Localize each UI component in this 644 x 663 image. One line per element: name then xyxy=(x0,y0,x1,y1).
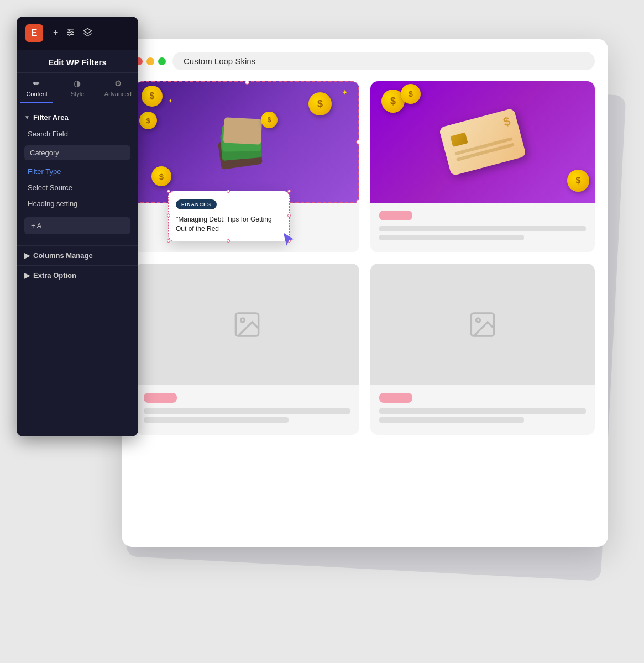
main-card: $ $ $ $ $ xyxy=(122,39,608,547)
filter-area-header[interactable]: ▼ Filter Area xyxy=(17,109,138,126)
placeholder-badge-4 xyxy=(379,393,412,403)
placeholder-image-icon-3 xyxy=(231,309,264,340)
creditcard-body xyxy=(370,203,595,252)
coin-3: $ xyxy=(139,112,157,129)
sidebar-item-search-field[interactable]: Search Field xyxy=(17,126,138,142)
placeholder-image-3 xyxy=(135,264,359,385)
filter-area-arrow: ▼ xyxy=(24,114,30,120)
tab-content[interactable]: ✏ Content xyxy=(17,73,57,103)
placeholder-line-2a xyxy=(379,226,586,231)
cc-coin-3: $ xyxy=(567,170,589,192)
content-tab-label: Content xyxy=(26,91,48,97)
cc-coin-2: $ xyxy=(401,84,421,104)
coin-4: $ xyxy=(151,166,171,186)
card-titlebar xyxy=(135,52,595,70)
svg-marker-6 xyxy=(84,28,92,33)
coin-1: $ xyxy=(142,86,163,107)
floating-tooltip: FINANCES "Managing Debt: Tips for Gettin… xyxy=(168,191,290,241)
traffic-light-green[interactable] xyxy=(158,57,166,65)
tab-advanced[interactable]: ⚙ Advanced xyxy=(98,73,138,103)
loop-card-finance[interactable]: $ $ $ $ $ xyxy=(135,81,359,252)
tooltip-handle-bl[interactable] xyxy=(167,239,170,243)
money-stack: $ xyxy=(219,117,275,183)
placeholder-line-4a xyxy=(379,408,586,414)
add-button-label: + A xyxy=(31,222,41,230)
filter-area-section: ▼ Filter Area Search Field Category Filt… xyxy=(17,103,138,245)
extra-option-section[interactable]: ▶ Extra Option xyxy=(17,265,138,285)
sparkle-1: ✦ xyxy=(342,88,348,97)
coin-2: $ xyxy=(308,92,332,115)
sidebar-item-heading-setting[interactable]: Heading setting xyxy=(17,196,138,212)
card-title-input[interactable] xyxy=(172,52,595,70)
placeholder-badge-3 xyxy=(144,393,177,403)
sidebar-title: Edit WP Filters xyxy=(17,50,138,73)
advanced-tab-icon: ⚙ xyxy=(114,78,122,88)
columns-manage-section[interactable]: ▶ Columns Manage xyxy=(17,245,138,265)
style-tab-label: Style xyxy=(71,91,84,97)
svg-point-3 xyxy=(69,29,70,30)
svg-point-8 xyxy=(241,318,245,322)
add-icon[interactable]: + xyxy=(53,28,58,39)
filters-icon[interactable] xyxy=(66,28,75,39)
tooltip-handle-ml[interactable] xyxy=(167,214,170,217)
sidebar: E + Edit WP Filte xyxy=(17,17,138,436)
creditcard-image: $ $ $ $ xyxy=(370,81,595,203)
tooltip-tag: FINANCES xyxy=(176,199,217,209)
cards-grid: $ $ $ $ $ xyxy=(135,81,595,435)
placeholder-line-4b xyxy=(379,417,524,423)
placeholder-line-3b xyxy=(144,417,289,423)
placeholder-bg-3 xyxy=(135,264,359,385)
columns-manage-arrow: ▶ xyxy=(24,251,30,260)
topbar-icons: + xyxy=(53,28,92,39)
cursor-icon xyxy=(281,231,296,247)
finance-bg: $ $ $ $ $ xyxy=(135,81,359,203)
finance-card-image: $ $ $ $ $ xyxy=(135,81,359,203)
extra-option-arrow: ▶ xyxy=(24,271,30,280)
extra-option-label: Extra Option xyxy=(33,271,76,280)
placeholder-body-4 xyxy=(370,385,595,435)
filter-area-label: Filter Area xyxy=(33,113,69,122)
loop-card-placeholder-3[interactable] xyxy=(135,264,359,435)
sidebar-topbar: E + xyxy=(17,17,138,50)
cc-dollar: $ xyxy=(502,114,512,129)
content-tab-icon: ✏ xyxy=(33,78,40,88)
placeholder-bg-4 xyxy=(370,264,595,385)
layers-icon[interactable] xyxy=(83,28,92,39)
add-button[interactable]: + A xyxy=(24,217,130,234)
tooltip-text: "Managing Debt: Tips for Getting Out of … xyxy=(176,215,282,234)
columns-manage-label: Columns Manage xyxy=(33,251,93,260)
credit-card-3d: $ xyxy=(439,108,527,176)
loop-card-placeholder-4[interactable] xyxy=(370,264,595,435)
elementor-icon[interactable]: E xyxy=(25,24,43,42)
traffic-lights xyxy=(135,57,166,65)
tab-style[interactable]: ◑ Style xyxy=(57,73,97,103)
coin-top: $ xyxy=(261,112,278,128)
cursor-wrapper xyxy=(281,231,296,249)
sparkle-2: ✦ xyxy=(168,98,172,104)
advanced-tab-label: Advanced xyxy=(104,91,132,97)
tooltip-handle-bc[interactable] xyxy=(227,239,230,243)
tooltip-handle-mr[interactable] xyxy=(287,214,291,217)
credit-card-chip xyxy=(450,133,468,148)
sidebar-tabs: ✏ Content ◑ Style ⚙ Advanced xyxy=(17,73,138,103)
placeholder-line-2b xyxy=(379,235,524,240)
traffic-light-yellow[interactable] xyxy=(146,57,154,65)
loop-card-creditcard[interactable]: $ $ $ $ xyxy=(370,81,595,252)
category-label: Category xyxy=(30,149,59,157)
sidebar-item-filter-type[interactable]: Filter Type xyxy=(17,164,138,180)
style-tab-icon: ◑ xyxy=(74,78,81,88)
placeholder-image-icon-4 xyxy=(466,309,499,340)
svg-point-4 xyxy=(71,31,73,33)
sidebar-item-select-source[interactable]: Select Source xyxy=(17,180,138,196)
placeholder-image-4 xyxy=(370,264,595,385)
placeholder-badge-2 xyxy=(379,211,412,220)
creditcard-bg: $ $ $ $ xyxy=(370,81,595,203)
money-layer-4 xyxy=(223,117,262,144)
svg-point-10 xyxy=(477,318,480,322)
placeholder-line-3a xyxy=(144,408,350,414)
svg-point-5 xyxy=(69,34,70,35)
sidebar-item-category[interactable]: Category xyxy=(24,145,130,160)
placeholder-body-3 xyxy=(135,385,359,435)
elementor-letter: E xyxy=(32,28,38,38)
